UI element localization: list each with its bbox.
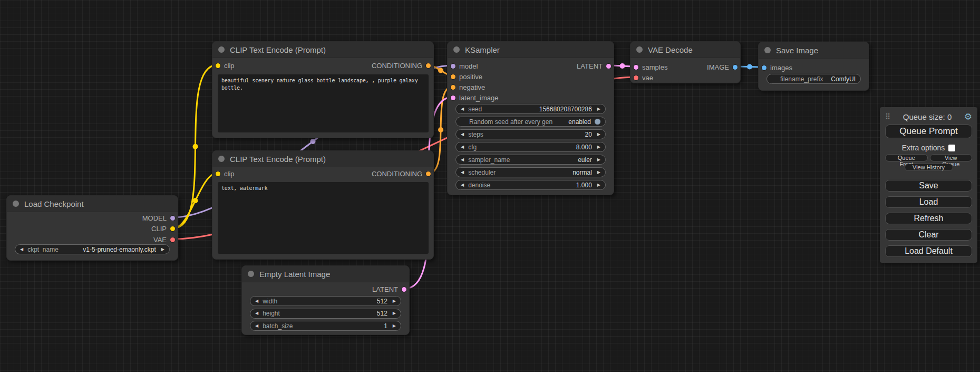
input-slot-dot[interactable]: [216, 63, 220, 68]
collapse-dot[interactable]: [13, 201, 19, 207]
widget-cfg[interactable]: ◀cfg8.000▶: [455, 142, 606, 152]
widget-left-arrow-icon[interactable]: ◀: [461, 183, 464, 187]
input-slot-label: vae: [642, 74, 653, 82]
widget-Random seed after every gen[interactable]: Random seed after every genenabled: [455, 117, 606, 127]
queue-prompt-button[interactable]: Queue Prompt: [885, 125, 972, 138]
widget-right-arrow-icon[interactable]: ▶: [597, 158, 600, 162]
view-history-button[interactable]: View History: [905, 164, 953, 171]
widget-filename_prefix[interactable]: filename_prefixComfyUI: [766, 74, 861, 84]
widget-left-arrow-icon[interactable]: ◀: [461, 132, 464, 137]
widget-label: Random seed after every gen: [469, 118, 552, 126]
toggle-on-icon[interactable]: [595, 119, 600, 125]
input-slot-dot[interactable]: [216, 171, 220, 176]
widget-right-arrow-icon[interactable]: ▶: [597, 183, 600, 187]
widget-right-arrow-icon[interactable]: ▶: [597, 170, 600, 175]
input-slot-dot[interactable]: [634, 65, 638, 70]
input-slot-dot[interactable]: [762, 65, 766, 70]
node-clip-text-encode-1[interactable]: CLIP Text Encode (Prompt)clipCONDITIONIN…: [212, 41, 434, 138]
node-title-bar: Load Checkpoint: [7, 196, 178, 212]
link-midpoint-dot: [311, 139, 316, 144]
collapse-dot[interactable]: [453, 46, 460, 53]
node-clip-text-encode-2[interactable]: CLIP Text Encode (Prompt)clipCONDITIONIN…: [212, 150, 434, 260]
output-slot-model: MODEL: [142, 213, 175, 223]
widget-left-arrow-icon[interactable]: ◀: [461, 158, 464, 162]
widget-left-arrow-icon[interactable]: ◀: [20, 247, 23, 252]
output-slot-conditioning: CONDITIONING: [372, 168, 431, 179]
load-button[interactable]: Load: [885, 196, 972, 208]
prompt-textarea[interactable]: text, watermark: [218, 182, 429, 254]
output-slot-dot[interactable]: [606, 64, 611, 69]
widget-seed[interactable]: ◀seed156680208700286▶: [455, 104, 606, 114]
widget-left-arrow-icon[interactable]: ◀: [461, 145, 464, 149]
widget-height[interactable]: ◀height512▶: [250, 309, 401, 319]
input-slot-model: model: [451, 61, 478, 71]
extra-options-row: Extra options: [885, 144, 972, 152]
node-vae-decode[interactable]: VAE DecodesamplesvaeIMAGE: [630, 41, 741, 83]
clear-button[interactable]: Clear: [885, 229, 972, 241]
node-empty-latent-image[interactable]: Empty Latent ImageLATENT◀width512▶◀heigh…: [241, 265, 410, 335]
output-slot-dot[interactable]: [170, 237, 175, 242]
output-slot-dot[interactable]: [170, 226, 175, 231]
load-default-button[interactable]: Load Default: [885, 245, 972, 257]
widget-denoise[interactable]: ◀denoise1.000▶: [455, 180, 606, 190]
output-slot-dot[interactable]: [426, 63, 431, 68]
widget-right-arrow-icon[interactable]: ▶: [161, 247, 164, 252]
prompt-textarea[interactable]: beautiful scenery nature glass bottle la…: [218, 74, 429, 132]
output-slot-dot[interactable]: [733, 65, 738, 70]
widget-left-arrow-icon[interactable]: ◀: [461, 170, 464, 175]
widget-left-arrow-icon[interactable]: ◀: [461, 107, 464, 111]
input-slot-dot[interactable]: [451, 96, 455, 100]
drag-handle-icon[interactable]: ⠿: [885, 113, 890, 120]
node-save-image[interactable]: Save Imageimagesfilename_prefixComfyUI: [758, 42, 869, 91]
collapse-dot[interactable]: [248, 271, 254, 277]
widget-right-arrow-icon[interactable]: ▶: [393, 311, 396, 316]
input-slot-dot[interactable]: [451, 64, 455, 69]
widget-right-arrow-icon[interactable]: ▶: [597, 132, 600, 137]
output-slot-label: CONDITIONING: [372, 170, 422, 178]
input-slot-dot[interactable]: [634, 75, 638, 80]
input-slot-positive: positive: [451, 71, 482, 82]
widget-right-arrow-icon[interactable]: ▶: [393, 299, 396, 303]
node-title-bar: Empty Latent Image: [242, 266, 409, 282]
extra-options-checkbox[interactable]: [948, 145, 955, 151]
queue-front-button[interactable]: Queue Front: [885, 154, 928, 161]
widget-scheduler[interactable]: ◀schedulernormal▶: [455, 167, 606, 177]
widget-right-arrow-icon[interactable]: ▶: [597, 145, 600, 149]
link-clip: [173, 65, 218, 228]
refresh-button[interactable]: Refresh: [885, 213, 972, 224]
output-slot-dot[interactable]: [170, 216, 175, 221]
input-slot-dot[interactable]: [451, 74, 455, 79]
output-slot-clip: CLIP: [151, 224, 175, 234]
input-slot-dot[interactable]: [451, 85, 455, 90]
widget-label: filename_prefix: [780, 75, 823, 83]
node-ksampler[interactable]: KSamplermodelpositivenegativelatent_imag…: [447, 41, 614, 195]
widget-width[interactable]: ◀width512▶: [250, 296, 401, 306]
graph-canvas[interactable]: Load CheckpointMODELCLIPVAE◀ckpt_namev1-…: [0, 0, 980, 372]
widget-left-arrow-icon[interactable]: ◀: [255, 324, 258, 328]
widget-sampler_name[interactable]: ◀sampler_nameeuler▶: [455, 155, 606, 165]
collapse-dot[interactable]: [636, 46, 643, 53]
collapse-dot[interactable]: [764, 47, 771, 53]
widget-batch_size[interactable]: ◀batch_size1▶: [250, 321, 401, 331]
widget-right-arrow-icon[interactable]: ▶: [393, 324, 396, 328]
settings-gear-icon[interactable]: ⚙: [964, 112, 972, 121]
node-load-checkpoint[interactable]: Load CheckpointMODELCLIPVAE◀ckpt_namev1-…: [6, 195, 178, 261]
widget-value: 1: [384, 322, 387, 330]
widget-ckpt_name[interactable]: ◀ckpt_namev1-5-pruned-emaonly.ckpt▶: [15, 244, 170, 254]
output-slot-label: IMAGE: [707, 63, 729, 71]
view-queue-button[interactable]: View Queue: [930, 154, 973, 161]
input-slot-samples: samples: [634, 62, 667, 72]
save-button[interactable]: Save: [885, 180, 972, 192]
widget-label: seed: [468, 106, 482, 113]
output-slot-dot[interactable]: [426, 171, 431, 176]
output-slot-dot[interactable]: [402, 287, 406, 292]
output-slot-label: LATENT: [372, 285, 398, 293]
widget-left-arrow-icon[interactable]: ◀: [255, 299, 258, 303]
widget-label: batch_size: [263, 322, 293, 330]
widget-left-arrow-icon[interactable]: ◀: [255, 311, 258, 316]
widget-right-arrow-icon[interactable]: ▶: [597, 107, 600, 111]
widget-label: scheduler: [468, 169, 496, 176]
collapse-dot[interactable]: [218, 46, 225, 53]
collapse-dot[interactable]: [218, 156, 225, 162]
widget-steps[interactable]: ◀steps20▶: [455, 129, 606, 139]
